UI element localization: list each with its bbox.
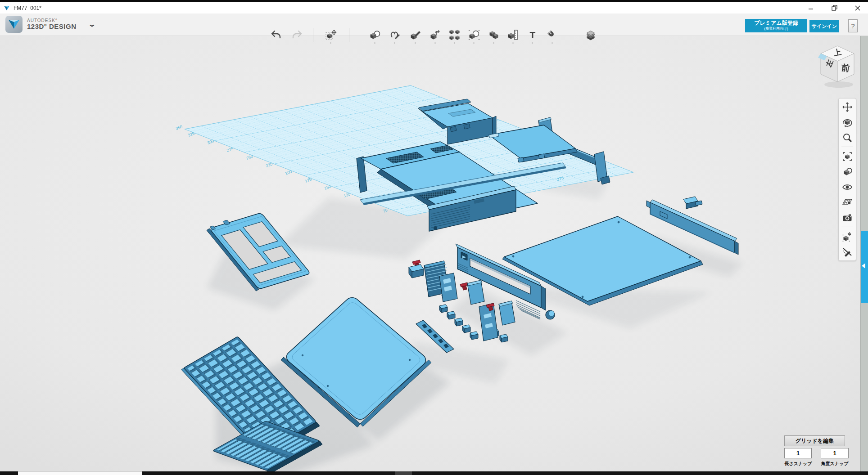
grouping-icon <box>468 29 480 41</box>
taskbar-app-segment[interactable] <box>395 471 412 475</box>
panel-scrollbar-accent[interactable] <box>861 231 868 303</box>
construct-tool-button[interactable] <box>409 28 422 42</box>
document-title: FM77_001* <box>14 5 41 11</box>
orbit-icon <box>842 117 853 128</box>
combine-tool-button[interactable] <box>487 28 501 42</box>
snap-tool-button[interactable] <box>546 28 559 42</box>
sketch-tool-button[interactable] <box>388 28 402 42</box>
123d-logo-icon <box>8 19 20 30</box>
toolbar-separator <box>572 28 572 42</box>
snap-box-icon <box>842 231 853 242</box>
navbar-separator <box>841 227 853 227</box>
pattern-tool-button[interactable] <box>448 28 461 42</box>
main-menu-chevron[interactable]: ⌄ <box>88 20 96 28</box>
construct-icon <box>410 29 421 41</box>
toolbar-separator <box>349 28 349 42</box>
angle-snap-label: 角度スナップ <box>819 461 850 467</box>
combine-icon <box>488 29 500 41</box>
brand-badge <box>5 16 23 33</box>
material-tool-button[interactable] <box>584 28 597 42</box>
modify-icon <box>429 29 441 41</box>
view-cube-front-label[interactable]: 前 <box>841 63 850 73</box>
pan-button[interactable] <box>841 101 854 113</box>
snap-icon <box>547 29 558 41</box>
transform-tool-button[interactable] <box>324 28 338 42</box>
measure-tool-button[interactable] <box>506 28 520 42</box>
premium-signup-sublabel: (商業利用向け) <box>745 27 807 31</box>
redo-button[interactable] <box>290 28 304 42</box>
minimize-icon <box>808 5 814 11</box>
pencil-slash-icon <box>842 246 853 257</box>
camera-icon <box>842 212 853 223</box>
app-header: AUTODESK° 123D° DESIGN ⌄ <box>0 13 868 36</box>
close-icon <box>855 5 860 11</box>
premium-signup-label: プレミアム版登録 <box>745 19 807 27</box>
measure-icon <box>507 29 519 41</box>
primitives-tool-button[interactable] <box>368 28 382 42</box>
magnifier-icon <box>842 132 853 143</box>
text-tool-button[interactable]: T <box>526 28 539 42</box>
title-bar: FM77_001* <box>0 2 868 13</box>
screenshot-button[interactable] <box>841 212 854 224</box>
snap-settings-button[interactable] <box>841 231 854 242</box>
angle-snap-input[interactable] <box>821 448 849 458</box>
help-button[interactable]: ? <box>848 19 858 32</box>
minimize-button[interactable] <box>805 3 817 13</box>
eye-icon <box>842 182 853 193</box>
sketch-icon <box>389 29 401 41</box>
premium-signup-button[interactable]: プレミアム版登録 (商業利用向け) <box>745 19 807 32</box>
fit-view-button[interactable] <box>841 151 854 162</box>
svg-text:T: T <box>530 30 536 40</box>
shading-icon <box>842 166 853 177</box>
primitives-icon <box>369 29 381 41</box>
navigation-toolbar <box>838 98 856 261</box>
close-button[interactable] <box>852 3 863 13</box>
panel-collapse-arrow[interactable] <box>862 263 865 269</box>
signin-button[interactable]: サインイン <box>809 20 839 32</box>
undo-button[interactable] <box>269 28 283 42</box>
fit-view-icon <box>842 151 853 162</box>
orbit-button[interactable] <box>841 117 854 128</box>
brand-123d-design: 123D° DESIGN <box>27 23 77 31</box>
text-icon: T <box>527 29 538 41</box>
material-icon <box>585 29 597 41</box>
pattern-icon <box>449 29 461 41</box>
app-brand: AUTODESK° 123D° DESIGN ⌄ <box>5 16 95 33</box>
restore-button[interactable] <box>828 3 840 13</box>
grid-eye-icon <box>842 197 853 208</box>
right-edge-strip <box>860 36 868 471</box>
taskbar-search-segment[interactable] <box>18 471 142 475</box>
length-snap-label: 長さスナップ <box>782 461 814 467</box>
part-knob[interactable] <box>546 310 555 319</box>
app-window: 350 325 300 275 250 225 200 175 150 125 … <box>0 0 868 475</box>
modify-tool-button[interactable] <box>429 28 442 42</box>
shading-button[interactable] <box>841 166 854 178</box>
pan-icon <box>842 102 853 112</box>
visibility-button[interactable] <box>841 181 854 193</box>
length-snap-input[interactable] <box>784 448 812 458</box>
grouping-tool-button[interactable] <box>467 28 481 42</box>
undo-icon <box>270 29 282 41</box>
grid-snap-controls: グリッドを編集 長さスナップ 角度スナップ <box>784 435 845 446</box>
edit-grid-button[interactable]: グリッドを編集 <box>784 435 845 446</box>
grid-visibility-button[interactable] <box>841 197 854 208</box>
app-logo-icon <box>4 5 10 11</box>
toolbar-separator <box>313 28 313 42</box>
redo-icon <box>291 29 303 41</box>
navbar-separator <box>841 147 853 147</box>
os-taskbar <box>0 471 868 475</box>
sketch-visibility-button[interactable] <box>841 246 854 258</box>
transform-icon <box>325 29 337 41</box>
restore-icon <box>832 5 837 11</box>
viewport-3d: 350 325 300 275 250 225 200 175 150 125 … <box>0 0 868 475</box>
view-cube[interactable]: 上 左 前 <box>813 41 863 92</box>
zoom-button[interactable] <box>841 132 854 143</box>
